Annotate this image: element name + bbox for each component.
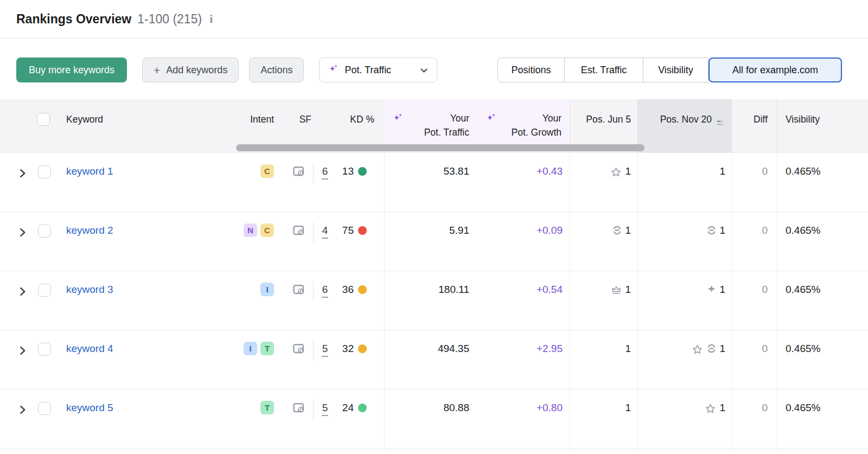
keyword-link[interactable]: keyword 3 bbox=[66, 284, 113, 295]
sf-count-cell: 6 bbox=[314, 153, 336, 212]
serp-features-icon[interactable] bbox=[292, 284, 306, 299]
segment-visibility[interactable]: Visibility bbox=[643, 57, 709, 82]
sf-count[interactable]: 6 bbox=[322, 284, 329, 298]
crown-icon bbox=[610, 283, 622, 300]
sf-count[interactable]: 5 bbox=[322, 343, 329, 357]
serp-features-icon[interactable] bbox=[292, 402, 306, 418]
column-header-visibility[interactable]: Visibility bbox=[777, 99, 868, 152]
sf-count[interactable]: 4 bbox=[322, 225, 329, 239]
pos-nov20-cell: 1 bbox=[637, 271, 731, 330]
page-header: Rankings Overview 1-100 (215) i bbox=[0, 0, 868, 39]
column-header-keyword[interactable]: Keyword bbox=[59, 99, 225, 152]
segment-est-traffic[interactable]: Est. Traffic bbox=[565, 57, 643, 82]
pot-traffic-cell: 53.81 bbox=[384, 153, 477, 212]
kd-value: 75 bbox=[342, 223, 354, 271]
row-select-cell bbox=[37, 271, 59, 330]
pos-nov20-value: 1 bbox=[719, 223, 725, 238]
serp-features-cell bbox=[274, 389, 314, 448]
page-title: Rankings Overview bbox=[16, 12, 131, 27]
add-keywords-label: Add keywords bbox=[166, 65, 227, 76]
sparkle-icon bbox=[329, 64, 339, 76]
expand-row-button[interactable] bbox=[0, 271, 37, 330]
expand-row-button[interactable] bbox=[0, 212, 37, 271]
chevron-right-icon bbox=[20, 346, 25, 357]
keyword-link[interactable]: keyword 5 bbox=[66, 402, 113, 413]
sf-count[interactable]: 5 bbox=[322, 402, 329, 416]
serp-features-cell bbox=[274, 153, 314, 212]
row-checkbox[interactable] bbox=[38, 225, 51, 238]
expand-row-button[interactable] bbox=[0, 330, 37, 389]
kd-value: 32 bbox=[342, 342, 354, 389]
diff-cell: 0 bbox=[731, 271, 777, 330]
serp-features-icon[interactable] bbox=[292, 343, 306, 359]
pot-growth-cell: +0.80 bbox=[477, 389, 570, 448]
buy-more-keywords-button[interactable]: Buy more keywords bbox=[16, 57, 127, 82]
intent-cell: I bbox=[225, 271, 274, 330]
visibility-value: 0.465% bbox=[786, 225, 820, 236]
pos-jun5-value: 1 bbox=[625, 164, 631, 178]
link-icon bbox=[706, 223, 717, 239]
table-row: keyword 5T52480.88+0.801100.465% bbox=[0, 389, 868, 448]
kd-difficulty-dot bbox=[358, 167, 367, 176]
pos-nov20-cell: 1 bbox=[637, 389, 731, 448]
info-icon[interactable]: i bbox=[209, 12, 213, 26]
row-select-cell bbox=[37, 212, 59, 271]
expand-row-button[interactable] bbox=[0, 389, 37, 448]
serp-features-cell bbox=[274, 330, 314, 389]
column-header-diff[interactable]: Diff bbox=[731, 99, 777, 152]
kd-difficulty-dot bbox=[358, 404, 367, 412]
pos-jun5-cell: 1 bbox=[570, 153, 637, 212]
keyword-cell: keyword 1 bbox=[59, 153, 225, 212]
pos-nov20-value: 1 bbox=[719, 164, 725, 178]
pos-nov20-cell: 1 bbox=[637, 330, 731, 389]
diff-value: 0 bbox=[762, 402, 768, 413]
visibility-cell: 0.465% bbox=[777, 153, 868, 212]
keyword-link[interactable]: keyword 2 bbox=[66, 225, 113, 236]
kd-value: 36 bbox=[342, 283, 354, 330]
row-checkbox[interactable] bbox=[38, 343, 51, 356]
intent-badge-C: C bbox=[260, 223, 274, 237]
segment-all-for-example-com[interactable]: All for example.com bbox=[709, 57, 842, 82]
star-icon bbox=[610, 164, 622, 182]
serp-features-icon[interactable] bbox=[292, 166, 306, 181]
pot-growth-cell: +0.43 bbox=[477, 153, 570, 212]
link-icon bbox=[706, 342, 717, 357]
intent-badge-T: T bbox=[260, 342, 274, 355]
keyword-link[interactable]: keyword 4 bbox=[66, 343, 113, 354]
expander-column-header bbox=[0, 99, 37, 152]
intent-cell: C bbox=[225, 153, 274, 212]
intent-badge-I: I bbox=[244, 342, 257, 355]
link-icon bbox=[612, 223, 622, 239]
row-checkbox[interactable] bbox=[38, 165, 51, 178]
expand-row-button[interactable] bbox=[0, 153, 37, 212]
add-keywords-button[interactable]: + Add keywords bbox=[142, 57, 239, 82]
keyword-link[interactable]: keyword 1 bbox=[66, 165, 113, 177]
horizontal-scrollbar[interactable] bbox=[236, 144, 644, 151]
actions-button[interactable]: Actions bbox=[249, 57, 304, 82]
sf-count[interactable]: 6 bbox=[322, 165, 329, 180]
row-checkbox[interactable] bbox=[38, 402, 51, 415]
table-row: keyword 1C61353.81+0.431100.465% bbox=[0, 152, 868, 212]
pos-jun5-value: 1 bbox=[625, 283, 631, 297]
row-checkbox[interactable] bbox=[38, 284, 51, 297]
pot-traffic-cell: 80.88 bbox=[384, 389, 477, 448]
pot-growth-value: +0.09 bbox=[537, 225, 563, 236]
metric-dropdown[interactable]: Pot. Traffic bbox=[319, 57, 437, 82]
pot-growth-value: +0.80 bbox=[537, 402, 563, 413]
pot-traffic-value: 5.91 bbox=[449, 225, 469, 236]
sf-count-cell: 4 bbox=[314, 212, 336, 271]
diff-cell: 0 bbox=[731, 212, 777, 271]
sf-count-cell: 5 bbox=[314, 389, 336, 448]
diff-value: 0 bbox=[762, 284, 768, 295]
keyword-cell: keyword 2 bbox=[59, 212, 225, 271]
column-header-pos-nov20[interactable]: Pos. Nov 20 bbox=[637, 99, 731, 152]
sort-icon[interactable] bbox=[717, 117, 725, 152]
diff-value: 0 bbox=[762, 165, 768, 177]
view-segmented-control: PositionsEst. TrafficVisibilityAll for e… bbox=[497, 57, 842, 82]
keyword-cell: keyword 3 bbox=[59, 271, 225, 330]
pos-jun5-cell: 1 bbox=[570, 389, 637, 448]
segment-positions[interactable]: Positions bbox=[497, 57, 565, 82]
serp-features-icon[interactable] bbox=[292, 225, 306, 240]
select-all-checkbox[interactable] bbox=[37, 113, 50, 126]
pos-jun5-value: 1 bbox=[625, 342, 631, 356]
